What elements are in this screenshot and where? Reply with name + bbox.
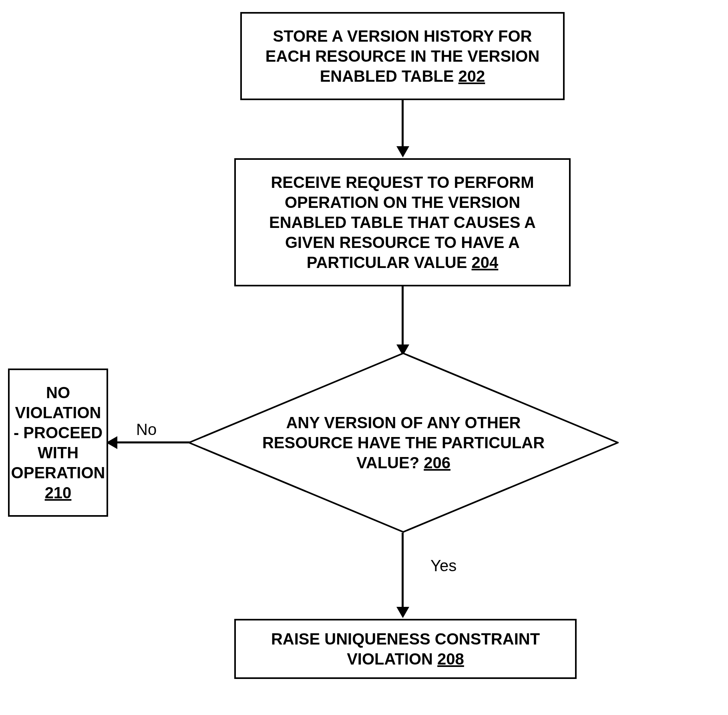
step-204-text: RECEIVE REQUEST TO PERFORM OPERATION ON … [244,172,561,272]
arrow-206-210 [116,441,190,443]
step-210-text: NO VIOLATION - PROCEED WITH OPERATION210 [11,383,105,503]
step-208-text: RAISE UNIQUENESS CONSTRAINT VIOLATION 20… [244,629,567,669]
arrow-202-204 [402,100,404,148]
arrowhead-206-208 [396,607,409,618]
arrow-206-208 [402,533,404,609]
step-210-box: NO VIOLATION - PROCEED WITH OPERATION210 [8,369,108,517]
flowchart-container: STORE A VERSION HISTORY FOR EACH RESOURC… [0,0,728,715]
yes-label: Yes [430,557,457,575]
decision-206-diamond: ANY VERSION OF ANY OTHER RESOURCE HAVE T… [188,352,619,533]
step-202-box: STORE A VERSION HISTORY FOR EACH RESOURC… [240,12,565,100]
step-202-text: STORE A VERSION HISTORY FOR EACH RESOURC… [250,26,555,86]
step-204-box: RECEIVE REQUEST TO PERFORM OPERATION ON … [234,158,571,286]
arrowhead-202-204 [396,146,409,157]
decision-206-text: ANY VERSION OF ANY OTHER RESOURCE HAVE T… [253,413,554,473]
arrow-204-206 [402,286,404,346]
no-label: No [136,421,157,439]
step-208-box: RAISE UNIQUENESS CONSTRAINT VIOLATION 20… [234,619,577,679]
